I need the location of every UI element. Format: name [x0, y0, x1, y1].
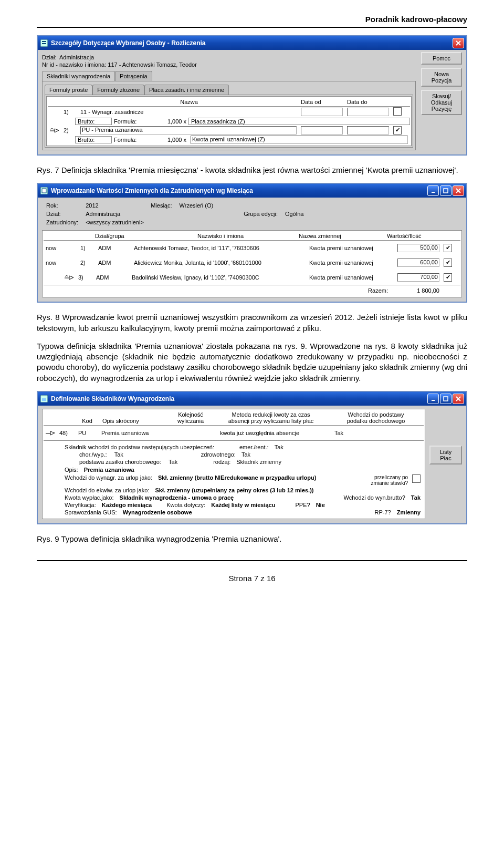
svg-rect-2 — [42, 43, 46, 44]
formula-mult: 1,000 x — [148, 137, 188, 143]
przelicz-label: przeliczany po zmianie stawki? — [371, 474, 408, 486]
window-wprowadzanie: Wprowadzanie Wartości Zmiennych dla Zatr… — [37, 183, 467, 303]
tab-potracenia[interactable]: Potrącenia — [115, 71, 152, 81]
brutto-label: Brutto: — [75, 136, 112, 143]
value-input[interactable]: 500,00 — [397, 244, 439, 252]
przelicz-checkbox[interactable] — [412, 474, 421, 483]
table-row: 48) PU Premia uznaniowa kwota już uwzglę… — [44, 426, 424, 440]
date-od-input[interactable] — [301, 108, 343, 116]
col-metoda: Metoda redukcji kwoty za czas absencji p… — [214, 411, 328, 424]
brutto-label: Brutto: — [75, 118, 112, 125]
col-kolejnosc: Kolejność wyliczania — [167, 411, 214, 424]
date-do-input[interactable] — [347, 126, 389, 135]
close-icon[interactable] — [453, 38, 464, 48]
row-number: 1) — [61, 109, 78, 115]
svg-rect-12 — [42, 398, 46, 401]
hand-icon — [44, 429, 57, 437]
svg-rect-1 — [42, 41, 46, 42]
emer-value: Tak — [275, 444, 284, 450]
formula-value: Płaca zasadnicza (Z) — [188, 118, 410, 125]
app-icon — [40, 395, 48, 403]
row-number: 2) — [61, 127, 78, 133]
table-row: 2) PU - Premia uznaniowa ✔ — [48, 126, 410, 135]
razem-label: Razem: — [366, 287, 390, 294]
app-icon — [40, 39, 48, 47]
paragraph-rys8: Rys. 8 Wprowadzanie kwot premii uznaniow… — [37, 312, 467, 334]
maximize-icon[interactable] — [440, 185, 452, 196]
row-checkbox[interactable]: ✔ — [444, 259, 452, 267]
window-title: Definiowanie Składników Wynagrodzenia — [51, 395, 427, 402]
col-dzial-grupa: Dział/grupa — [93, 233, 144, 239]
footer-rule — [37, 560, 467, 561]
value-input[interactable]: 700,00 — [397, 273, 439, 282]
nrid-value: 117 - Achtenowski Tomasz, Teodor — [108, 61, 197, 68]
formula-label: Formuła: — [112, 118, 148, 125]
tab-skladniki[interactable]: Składniki wynagrodzenia — [42, 71, 115, 81]
razem-value: 1 800,00 — [390, 287, 442, 294]
close-icon[interactable] — [453, 394, 464, 404]
header-rule — [37, 27, 467, 28]
weryf-label: Weryfikacja: — [65, 502, 96, 508]
svg-rect-6 — [42, 189, 46, 193]
col-opis: Opis skrócony — [100, 418, 167, 424]
tab-formuly-zlozone[interactable]: Formuły złożone — [92, 85, 144, 95]
svg-rect-8 — [444, 189, 448, 193]
row-checkbox[interactable]: ✔ — [444, 273, 452, 282]
urlop-label: Wchodzi do wynagr. za urlop jako: — [65, 474, 152, 481]
rodzaj-label: rodzaj: — [213, 459, 230, 465]
date-od-input[interactable] — [301, 126, 343, 135]
row-checkbox[interactable]: ✔ — [444, 244, 452, 252]
ekwiw-label: Wchodzi do ekwiw. za urlop jako: — [65, 487, 149, 493]
dzial-label: Dział: — [42, 54, 57, 60]
nrid-label: Nr id - nazwisko i imiona: — [42, 61, 106, 68]
col-podstawa: Wchodzi do podstawy podatku dochodowego — [328, 411, 424, 424]
nowa-pozycja-button[interactable]: Nowa Pozycja — [421, 68, 462, 87]
urlop-value: Skł. zmienny (brutto NIEredukowane w prz… — [158, 474, 316, 481]
kwota-dot-value: Każdej listy w miesiącu — [211, 502, 275, 508]
col-wartosc: Wartość/Ilość — [385, 233, 442, 239]
col-nazwa: Nazwa — [79, 99, 299, 105]
zdrow-label: zdrowotnego: — [201, 451, 236, 458]
svg-rect-14 — [444, 397, 448, 401]
tab-placa-zasadn[interactable]: Płaca zasadn. i inne zmienne — [144, 85, 229, 95]
zdrow-value: Tak — [242, 451, 250, 458]
tab-formuly-proste[interactable]: Formuły proste — [45, 85, 92, 95]
col-nazwisko: Nazwisko i imiona — [144, 233, 297, 239]
maximize-icon[interactable] — [440, 394, 452, 404]
app-icon — [40, 187, 48, 195]
col-nazwa-zm: Nazwa zmiennej — [297, 233, 385, 239]
listy-plac-button[interactable]: Listy Płac — [429, 446, 462, 464]
kod-input[interactable]: PU - Premia uznaniowa — [80, 126, 297, 135]
kwota-dot-label: Kwota dotyczy: — [166, 502, 205, 508]
value-input[interactable]: 600,00 — [397, 259, 439, 267]
formula-label: Formuła: — [112, 137, 148, 143]
emer-label: emer./rent.: — [239, 444, 269, 450]
table-row: now 1) ADM Achtenowski Tomasz, Teodor, i… — [44, 241, 460, 255]
pomoc-button[interactable]: Pomoc — [421, 52, 462, 65]
col-data-od: Data od — [299, 99, 345, 105]
caption-rys9: Rys. 9 Typowa definicja składnika wynagr… — [37, 534, 467, 544]
ppe-label: PPE? — [295, 502, 310, 508]
close-icon[interactable] — [453, 185, 464, 196]
chor-value: Tak — [114, 451, 123, 458]
table-row: now 2) ADM Alickiewicz Monika, Jolanta, … — [44, 255, 460, 270]
row-checkbox[interactable]: ✔ — [393, 126, 402, 135]
window-title: Wprowadzanie Wartości Zmiennych dla Zatr… — [51, 187, 427, 194]
window-title: Szczegóły Dotyczące Wybranej Osoby - Roz… — [51, 39, 453, 47]
opis-value: Premia uznaniowa — [84, 467, 134, 473]
table-row: 3) ADM Badoliński Wiesław, Ignacy, id '1… — [44, 270, 460, 285]
col-kod: Kod — [74, 418, 100, 424]
minimize-icon[interactable] — [427, 185, 439, 196]
formula-input[interactable]: Kwota premii uznaniowej (Z) — [191, 136, 408, 144]
gus-value: Wynagrodzenie osobowe — [123, 509, 192, 515]
skasuj-button[interactable]: Skasuj/ Odkasuj Pozycję — [421, 90, 462, 115]
table-row: 1) 11 - Wynagr. zasadnicze — [48, 107, 410, 117]
row-checkbox[interactable] — [393, 107, 402, 116]
window-rozliczenia: Szczegóły Dotyczące Wybranej Osoby - Roz… — [37, 35, 467, 156]
page-footer: Strona 7 z 16 — [37, 574, 467, 583]
chor-label: chor./wyp.: — [79, 451, 107, 458]
date-do-input[interactable] — [347, 108, 389, 116]
gus-label: Sprawozdania GUS: — [65, 509, 117, 515]
page-header: Poradnik kadrowo-płacowy — [37, 15, 467, 24]
minimize-icon[interactable] — [427, 394, 439, 404]
